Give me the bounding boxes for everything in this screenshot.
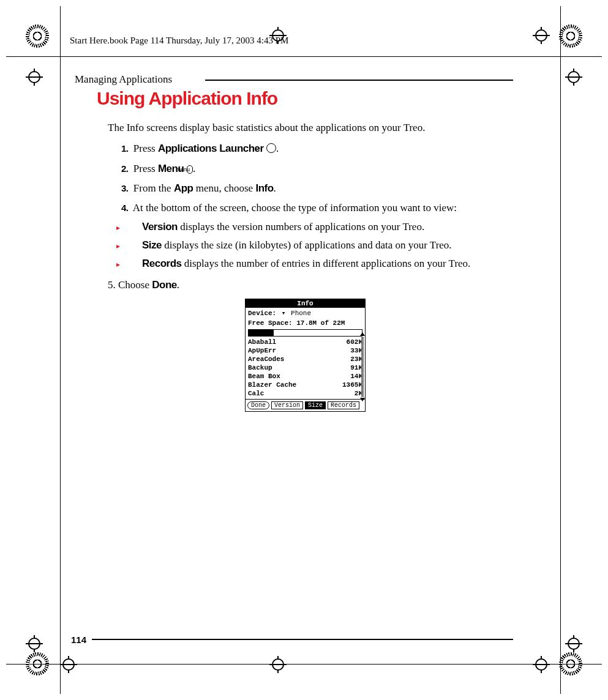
dropdown-icon bbox=[280, 310, 287, 317]
home-icon bbox=[266, 143, 276, 153]
crop-line-right bbox=[560, 6, 561, 694]
step-2: 2. Press Menu menu. bbox=[121, 161, 510, 177]
bullet-records: Records displays the number of entries i… bbox=[143, 256, 510, 272]
section-rule bbox=[205, 80, 513, 81]
crop-line-bottom bbox=[6, 664, 602, 665]
crosshair-icon bbox=[26, 635, 43, 652]
info-dialog-screenshot: Info Device: Phone Free Space: 17.8M of … bbox=[245, 299, 366, 412]
step-1: 1. Press Applications Launcher . bbox=[121, 141, 510, 157]
crosshair-icon bbox=[26, 69, 43, 86]
tab-size: Size bbox=[305, 401, 326, 409]
tab-records: Records bbox=[328, 401, 359, 409]
crop-line-left bbox=[60, 6, 61, 694]
usage-bar bbox=[248, 329, 362, 337]
crop-ornament-tl bbox=[26, 24, 49, 48]
list-item: Calc2K bbox=[248, 389, 362, 398]
tab-version: Version bbox=[271, 401, 303, 409]
crop-line-top bbox=[6, 56, 602, 57]
list-item: ApUpErr33K bbox=[248, 346, 362, 355]
page-number: 114 bbox=[71, 635, 86, 645]
intro-paragraph: The Info screens display basic statistic… bbox=[108, 120, 510, 136]
done-button: Done bbox=[247, 401, 269, 409]
device-row: Device: Phone bbox=[246, 308, 365, 318]
step-3: 3. From the App menu, choose Info. bbox=[121, 181, 510, 196]
dialog-buttons: Done Version Size Records bbox=[246, 399, 365, 411]
list-item: Beam Box14K bbox=[248, 372, 362, 381]
body-content: The Info screens display basic statistic… bbox=[108, 120, 510, 293]
crosshair-icon bbox=[533, 656, 550, 673]
section-label: Managing Applications bbox=[75, 73, 172, 86]
crosshair-icon bbox=[565, 69, 582, 86]
scrollbar bbox=[361, 336, 364, 398]
list-item: Blazer Cache1365K bbox=[248, 381, 362, 389]
footer-rule bbox=[92, 639, 513, 640]
menu-key-icon: menu bbox=[187, 165, 193, 174]
free-space-label: Free Space: 17.8M of 22M bbox=[246, 318, 365, 328]
app-list: Ababall602K ApUpErr33K AreaCodes23K Back… bbox=[246, 338, 365, 399]
crosshair-icon bbox=[565, 635, 582, 652]
dialog-title: Info bbox=[246, 299, 365, 308]
bullet-version: Version displays the version numbers of … bbox=[143, 219, 510, 235]
list-item: AreaCodes23K bbox=[248, 355, 362, 363]
list-item: Backup91K bbox=[248, 363, 362, 372]
list-item: Ababall602K bbox=[248, 338, 362, 346]
step-5: 5. Choose Done. bbox=[108, 277, 510, 293]
crosshair-icon bbox=[269, 656, 287, 673]
crosshair-icon bbox=[533, 27, 550, 44]
page-heading: Using Application Info bbox=[97, 88, 277, 109]
bullet-size: Size displays the size (in kilobytes) of… bbox=[143, 237, 510, 253]
crop-ornament-tr bbox=[559, 24, 582, 48]
running-header: Start Here.book Page 114 Thursday, July … bbox=[70, 35, 288, 46]
step-4: 4. At the bottom of the screen, choose t… bbox=[121, 200, 510, 272]
crosshair-icon bbox=[60, 656, 77, 673]
